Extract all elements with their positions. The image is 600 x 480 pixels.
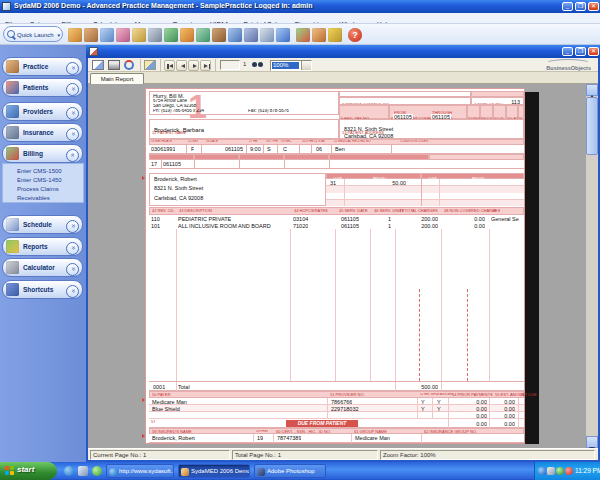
toolbar-icon-open-practice[interactable] [84, 28, 98, 42]
payer-header-row: 50 PAYER 51 PROVIDER NO. 52 REL INFO 53 … [149, 391, 524, 398]
chevron-down-icon[interactable]: » [66, 242, 79, 255]
due-from-patient-row: 57 DUE FROM PATIENT 0.00 0.00 [149, 419, 524, 428]
taskbar-button-browser[interactable]: http://www.sydasoft... [106, 464, 174, 478]
search-icon[interactable] [252, 61, 264, 69]
close-button[interactable]: ✕ [588, 2, 599, 11]
toolbar-icon-workstation[interactable] [228, 28, 242, 42]
first-page-button[interactable] [164, 60, 175, 71]
toolbar-icon-providers[interactable] [148, 28, 162, 42]
vertical-scrollbar[interactable] [586, 84, 598, 448]
toolbar-icon-person[interactable] [132, 28, 146, 42]
refresh-icon[interactable] [124, 60, 134, 70]
responsible-name: Broderick, Robert [154, 176, 314, 182]
page-number-box[interactable] [220, 60, 240, 70]
sidebar-item-enter-cms-1500[interactable]: Enter CMS-1500 [17, 167, 62, 175]
sidebar-item-enter-cms-1450[interactable]: Enter CMS-1450 [17, 176, 62, 184]
mdi-minimize-button[interactable]: _ [562, 47, 573, 56]
chevron-up-icon[interactable]: » [66, 149, 79, 162]
sidebar-item-receivables[interactable]: Receivables [17, 194, 50, 202]
business-objects-logo: BusinessObjects [530, 58, 592, 71]
quick-launch-button[interactable]: Quick Launch ▾ [3, 26, 63, 42]
zoom-value-input[interactable] [272, 62, 299, 69]
toolbar-icon-lock[interactable] [328, 28, 342, 42]
toolbar-icon-report-chart[interactable] [296, 28, 310, 42]
next-page-button[interactable] [188, 60, 199, 71]
scrollbar-thumb[interactable] [586, 97, 598, 155]
tab-main-report[interactable]: Main Report [90, 73, 144, 84]
sidebar-item-shortcuts[interactable]: Shortcuts » [2, 280, 83, 299]
print-icon[interactable] [108, 60, 120, 70]
sidebar-item-practice[interactable]: Practice » [2, 57, 83, 76]
toolbar-icon-staff[interactable] [244, 28, 258, 42]
mdi-restore-button[interactable]: ❐ [575, 47, 586, 56]
sidebar-item-patients[interactable]: Patients » [2, 78, 83, 97]
field-patient-control-value: Ben. [339, 97, 471, 105]
chevron-down-icon[interactable]: » [66, 107, 79, 120]
toolbar-icon-practice[interactable] [68, 28, 82, 42]
sidebar-item-schedule[interactable]: Schedule » [2, 215, 83, 234]
sidebar-item-reports[interactable]: Reports » [2, 237, 83, 256]
row-marker [142, 176, 145, 180]
tray-device-icon[interactable] [547, 467, 555, 475]
toolbar-icon-ledger[interactable] [196, 28, 210, 42]
toolbar-icon-schedule[interactable] [260, 28, 274, 42]
field-lr-d: 10 L-R D. [506, 105, 518, 119]
last-page-button[interactable] [200, 60, 211, 71]
billing-submenu: Enter CMS-1500 Enter CMS-1450 Process Cl… [2, 163, 84, 203]
practice-icon [6, 60, 19, 73]
maximize-button[interactable]: ❐ [575, 2, 586, 11]
field-statement-period: 6 STATEMENT COVERS PERIOD FROM THROUGH 0… [389, 105, 467, 119]
zoom-combobox[interactable] [270, 60, 312, 71]
toolbar-icon-charts-folder[interactable] [212, 28, 226, 42]
report-icon [89, 47, 98, 56]
toolbar-icon-patients[interactable] [116, 28, 130, 42]
toolbar-icon-globe-users[interactable] [164, 28, 178, 42]
chevron-down-icon[interactable]: » [66, 83, 79, 96]
sex-value: F [191, 146, 194, 152]
chevron-down-icon[interactable]: » [66, 285, 79, 298]
sidebar-item-process-claims[interactable]: Process Claims [17, 185, 59, 193]
search-icon [7, 30, 15, 38]
start-button[interactable]: start [0, 462, 57, 480]
quicklaunch-msn-icon[interactable] [92, 466, 102, 476]
shortcuts-icon [6, 283, 19, 296]
toolbar-icon-form[interactable] [276, 28, 290, 42]
patients-icon [6, 81, 19, 94]
taskbar-button-sydamed[interactable]: SydaMED 2006 Demo... [178, 464, 250, 478]
value-code-value: 31 [330, 180, 336, 186]
mdi-close-button[interactable]: ✕ [588, 47, 599, 56]
group-tree-icon[interactable] [144, 60, 156, 70]
insurance-icon [6, 126, 19, 139]
chevron-down-icon[interactable]: » [66, 128, 79, 141]
export-icon[interactable] [92, 60, 104, 70]
help-icon[interactable]: ? [348, 28, 362, 42]
toolbar-icon-monitor[interactable] [312, 28, 326, 42]
tray-network-icon[interactable] [538, 467, 546, 475]
scroll-down-icon[interactable] [586, 436, 598, 448]
app-titlebar[interactable]: SydaMD 2006 Demo - Advanced Practice Man… [0, 0, 600, 13]
sidebar-item-calculator[interactable]: Calculator » [2, 258, 83, 277]
taskbar-button-photoshop[interactable]: Adobe Photoshop [254, 464, 326, 478]
toolbar-icon-document[interactable] [100, 28, 114, 42]
chevron-down-icon[interactable]: » [66, 263, 79, 276]
sidebar: Practice » Patients » Providers » Insura… [0, 45, 86, 462]
previous-page-button[interactable] [176, 60, 187, 71]
sidebar-item-insurance[interactable]: Insurance » [2, 123, 83, 142]
quicklaunch-ie-icon[interactable] [64, 466, 74, 476]
tray-shield-icon[interactable] [556, 467, 564, 475]
toolbar-icon-billing-coin[interactable] [180, 28, 194, 42]
scroll-up-icon[interactable] [586, 84, 598, 96]
chevron-down-icon[interactable] [301, 61, 311, 70]
chevron-down-icon[interactable]: » [66, 220, 79, 233]
system-tray: 11:29 PM [534, 462, 600, 480]
occurrence-code-value: 17 [151, 161, 157, 167]
sidebar-item-billing[interactable]: Billing » [2, 144, 83, 163]
quicklaunch-desktop-icon[interactable] [78, 466, 88, 476]
minimize-button[interactable]: _ [562, 2, 573, 11]
sidebar-item-providers[interactable]: Providers » [2, 102, 83, 121]
sydamed-icon [181, 468, 189, 476]
report-window-titlebar[interactable]: _ ❐ ✕ [86, 45, 600, 58]
chevron-down-icon[interactable]: » [66, 62, 79, 75]
tray-alert-icon[interactable] [565, 467, 573, 475]
payer-row-2: Blue Shield 229718032 Y Y 0.00 0.00 [149, 405, 524, 412]
